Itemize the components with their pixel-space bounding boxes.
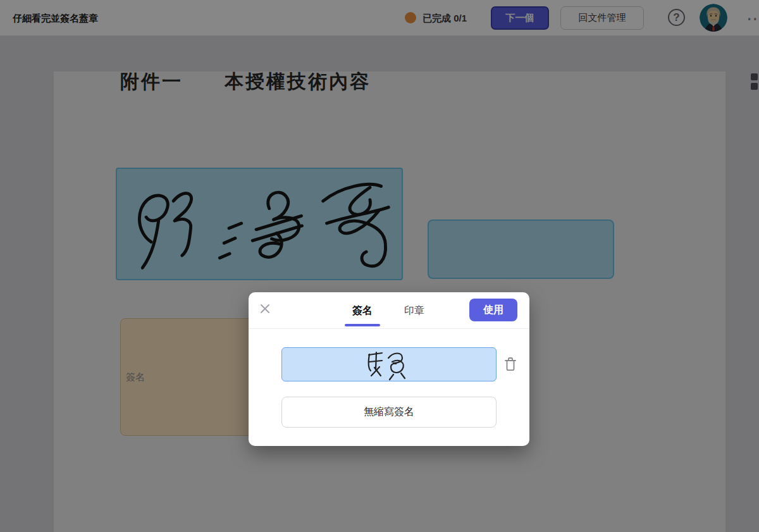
trash-glyph xyxy=(503,357,517,372)
modal-backdrop[interactable] xyxy=(0,0,759,532)
saved-signature-item[interactable] xyxy=(281,347,497,381)
signature-picker-dialog: 簽名 印章 使用 xyxy=(249,292,529,446)
use-button[interactable]: 使用 xyxy=(469,299,517,321)
no-abbreviation-signature-button[interactable]: 無縮寫簽名 xyxy=(281,397,497,428)
tab-stamp[interactable]: 印章 xyxy=(389,301,440,320)
tab-signature[interactable]: 簽名 xyxy=(337,301,388,320)
modal-divider xyxy=(249,328,529,329)
close-x-glyph xyxy=(259,303,271,314)
active-tab-underline xyxy=(345,324,380,326)
trash-icon[interactable] xyxy=(503,357,519,373)
close-icon[interactable] xyxy=(258,302,272,316)
saved-signature-scribble xyxy=(361,348,417,381)
